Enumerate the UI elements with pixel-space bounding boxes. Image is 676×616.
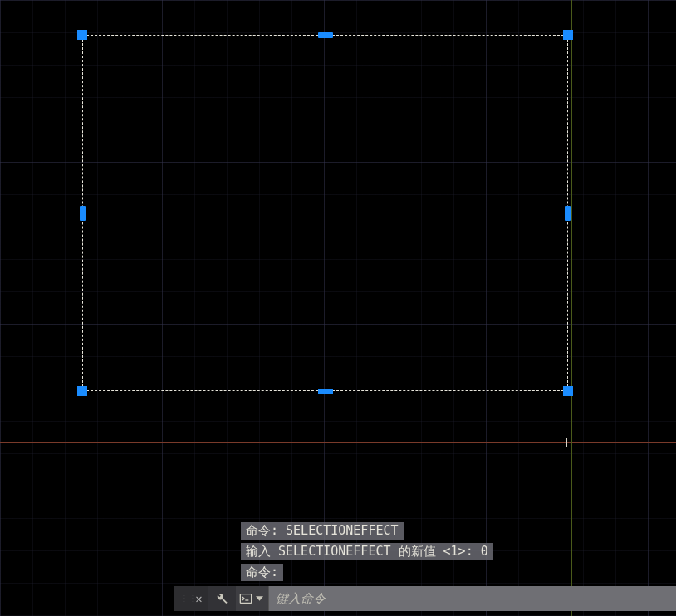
close-icon[interactable]: ✕ [195, 592, 202, 605]
svg-rect-0 [240, 594, 251, 604]
grip-mid-top[interactable] [318, 32, 333, 38]
selected-rectangle[interactable] [82, 35, 568, 391]
command-prompt [236, 586, 269, 611]
grip-mid-right[interactable] [565, 206, 571, 221]
command-history: 命令: SELECTIONEFFECT 输入 SELECTIONEFFECT 的… [241, 522, 493, 581]
axis-y [571, 0, 572, 616]
crosshair-pickbox [566, 438, 576, 447]
grip-top-left[interactable] [77, 30, 87, 40]
history-line: 命令: [241, 564, 283, 581]
drag-handle-icon: ⋮⋮ [179, 594, 184, 604]
wrench-icon [215, 592, 228, 605]
drawing-canvas[interactable]: 命令: SELECTIONEFFECT 输入 SELECTIONEFFECT 的… [0, 0, 676, 616]
command-input[interactable] [276, 591, 676, 606]
history-line: 输入 SELECTIONEFFECT 的新值 <1>: 0 [241, 543, 493, 560]
customize-button[interactable] [208, 586, 236, 611]
history-line: 命令: SELECTIONEFFECT [241, 522, 404, 540]
command-input-area[interactable] [269, 586, 676, 611]
command-line-bar: ⋮⋮ ✕ [174, 586, 676, 611]
grip-mid-left[interactable] [80, 206, 86, 221]
grip-mid-bottom[interactable] [318, 389, 333, 394]
prompt-icon [239, 592, 252, 605]
command-bar-handle[interactable]: ⋮⋮ ✕ [174, 586, 208, 611]
grip-bottom-right[interactable] [563, 386, 573, 396]
grip-bottom-left[interactable] [77, 386, 87, 396]
grip-top-right[interactable] [563, 30, 573, 40]
dropdown-icon[interactable] [256, 596, 263, 601]
